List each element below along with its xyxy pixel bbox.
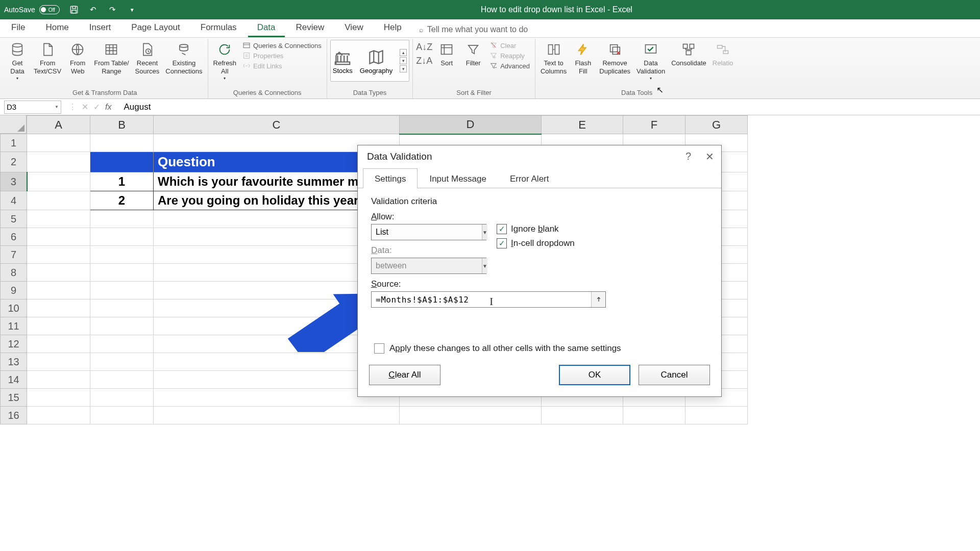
col-header[interactable]: D — [400, 116, 542, 134]
ok-button[interactable]: OK — [559, 365, 630, 385]
col-header[interactable]: E — [542, 116, 623, 134]
allow-value[interactable] — [372, 228, 482, 237]
row-header[interactable]: 6 — [1, 228, 27, 246]
row-header[interactable]: 14 — [1, 371, 27, 389]
tab-review[interactable]: Review — [287, 18, 334, 37]
chevron-down-icon[interactable]: ▼ — [55, 105, 59, 109]
cell-b3[interactable]: 1 — [90, 172, 154, 191]
recent-sources-button[interactable]: Recent Sources — [133, 40, 162, 76]
relationships-button[interactable]: Relatio — [710, 40, 735, 68]
row-header[interactable]: 5 — [1, 210, 27, 228]
gallery-more-icon[interactable]: ▾ — [400, 65, 407, 72]
row-header[interactable]: 1 — [1, 134, 27, 152]
chevron-down-icon: ▾ — [224, 76, 226, 81]
in-cell-dropdown-checkbox[interactable]: ✓ In-cell dropdown — [497, 238, 575, 248]
row-header[interactable]: 16 — [1, 407, 27, 424]
geography-datatype[interactable]: Geography — [360, 47, 393, 74]
advanced-filter-button[interactable]: Advanced — [487, 61, 532, 70]
flash-fill-button[interactable]: Flash Fill — [571, 40, 595, 76]
close-icon[interactable]: ✕ — [705, 151, 714, 163]
row-header[interactable]: 12 — [1, 335, 27, 353]
cell-b4[interactable]: 2 — [90, 191, 154, 210]
col-header[interactable]: F — [623, 116, 685, 134]
row-header[interactable]: 4 — [1, 191, 27, 210]
sort-desc-icon[interactable]: Z↓A — [416, 56, 432, 66]
fx-icon[interactable]: fx — [105, 103, 115, 112]
row-header[interactable]: 10 — [1, 299, 27, 317]
edit-links-button[interactable]: Edit Links — [240, 61, 324, 70]
data-value — [372, 261, 482, 270]
queries-connections-button[interactable]: Queries & Connections — [240, 41, 324, 50]
range-selector-icon[interactable] — [591, 292, 605, 307]
redo-icon[interactable]: ↷ — [108, 5, 118, 15]
source-input[interactable] — [372, 295, 591, 305]
group-label: Queries & Connections — [233, 87, 302, 98]
gallery-up-icon[interactable]: ▴ — [400, 49, 407, 56]
row-header[interactable]: 2 — [1, 152, 27, 172]
customize-qat-icon[interactable]: ▼ — [127, 5, 137, 15]
consolidate-button[interactable]: Consolidate — [669, 40, 708, 68]
filter-button[interactable]: Filter — [461, 40, 485, 68]
tab-input-message[interactable]: Input Message — [418, 168, 498, 188]
tab-error-alert[interactable]: Error Alert — [498, 168, 561, 188]
tab-settings[interactable]: Settings — [363, 168, 418, 188]
tab-insert[interactable]: Insert — [80, 18, 120, 37]
col-header[interactable]: B — [90, 116, 154, 134]
col-header[interactable]: C — [154, 116, 400, 134]
allow-combobox[interactable]: ▼ — [371, 224, 486, 240]
clear-filter-button[interactable]: Clear — [487, 41, 532, 50]
row-header[interactable]: 3 — [1, 172, 27, 191]
tab-formulas[interactable]: Formulas — [191, 18, 246, 37]
help-icon[interactable]: ? — [685, 151, 691, 163]
tab-home[interactable]: Home — [36, 18, 78, 37]
from-web-button[interactable]: From Web — [65, 40, 90, 76]
row-header[interactable]: 8 — [1, 264, 27, 282]
row-header[interactable]: 7 — [1, 246, 27, 264]
select-all-triangle[interactable] — [0, 115, 27, 134]
tab-file[interactable]: File — [2, 18, 34, 37]
data-validation-button[interactable]: Data Validation ▾ — [634, 40, 667, 82]
enter-formula-icon[interactable]: ✓ — [93, 102, 100, 112]
group-data-types: Stocks Geography ▴ ▾ ▾ Data Types — [327, 39, 413, 98]
tab-page-layout[interactable]: Page Layout — [122, 18, 189, 37]
gallery-down-icon[interactable]: ▾ — [400, 57, 407, 64]
row-header[interactable]: 11 — [1, 317, 27, 335]
undo-icon[interactable]: ↶ — [88, 5, 99, 15]
save-icon[interactable] — [69, 5, 79, 15]
text-to-columns-button[interactable]: Text to Columns — [538, 40, 569, 76]
col-header[interactable]: A — [27, 116, 90, 134]
from-table-range-button[interactable]: From Table/ Range — [92, 40, 131, 76]
ignore-blank-checkbox[interactable]: ✓ Ignore blank — [497, 224, 575, 234]
refresh-all-button[interactable]: Refresh All ▾ — [211, 40, 239, 82]
apply-to-all-label[interactable]: Apply these changes to all other cells w… — [389, 343, 621, 354]
properties-button[interactable]: Properties — [240, 51, 324, 60]
sort-button[interactable]: Sort — [434, 40, 459, 68]
cancel-button[interactable]: Cancel — [639, 365, 710, 385]
col-header[interactable]: G — [685, 116, 748, 134]
reapply-filter-button[interactable]: Reapply — [487, 51, 532, 60]
tab-data[interactable]: Data — [248, 18, 285, 37]
checkbox-unchecked-icon[interactable] — [374, 343, 384, 354]
remove-duplicates-button[interactable]: Remove Duplicates — [597, 40, 632, 76]
existing-connections-button[interactable]: Existing Connections — [163, 40, 204, 76]
tab-view[interactable]: View — [335, 18, 373, 37]
funnel-icon — [464, 41, 482, 58]
row-header[interactable]: 9 — [1, 282, 27, 299]
chevron-down-icon[interactable]: ▼ — [482, 224, 487, 240]
autosave-control[interactable]: AutoSave Off — [4, 5, 60, 14]
formula-input[interactable]: August — [119, 102, 980, 112]
tab-help[interactable]: Help — [375, 18, 411, 37]
row-header[interactable]: 15 — [1, 389, 27, 407]
stocks-datatype[interactable]: Stocks — [333, 47, 353, 74]
clear-all-button[interactable]: Clear All — [369, 365, 440, 385]
sort-asc-icon[interactable]: A↓Z — [416, 42, 432, 53]
data-types-gallery[interactable]: Stocks Geography ▴ ▾ ▾ — [330, 40, 409, 82]
name-box[interactable]: D3 ▼ — [4, 101, 61, 114]
map-icon — [366, 47, 386, 67]
row-header[interactable]: 13 — [1, 353, 27, 371]
tell-me-search[interactable]: ⌕ Tell me what you want to do — [419, 25, 528, 37]
from-text-csv-button[interactable]: From Text/CSV — [32, 40, 63, 76]
cancel-formula-icon[interactable]: ✕ — [82, 102, 88, 112]
get-data-button[interactable]: Get Data ▾ — [5, 40, 30, 82]
autosave-toggle[interactable]: Off — [39, 5, 60, 14]
